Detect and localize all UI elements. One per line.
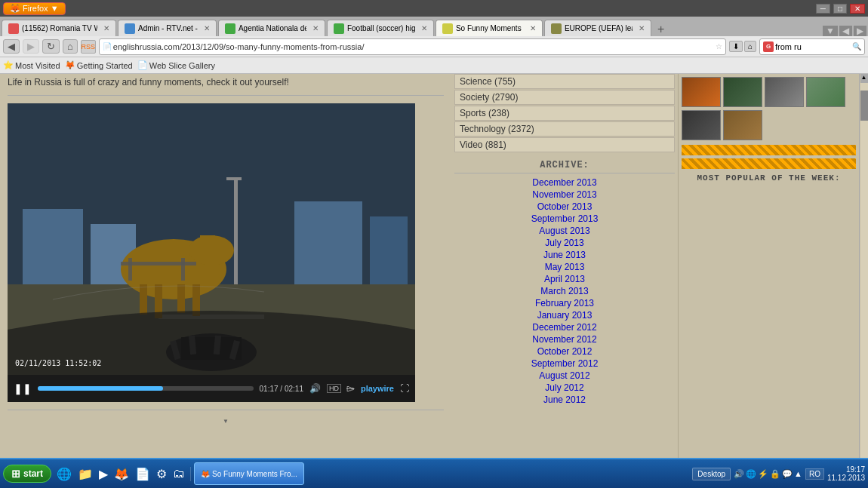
media-quicklaunch-button[interactable]: ▶ (97, 467, 110, 481)
tab-romania-tv[interactable]: (11562) Romania TV Web... ✕ (2, 20, 116, 36)
archive-october-2013: October 2013 (454, 201, 675, 213)
tray-icon-4[interactable]: 🔒 (770, 469, 780, 479)
tab-agentia[interactable]: Agentia Nationala de Pre... ✕ (218, 20, 325, 36)
taskbar-firefox-icon: 🦊 (201, 470, 210, 478)
most-visited-icon: ⭐ (3, 60, 14, 70)
bookmark-getting-started[interactable]: 🦊 Getting Started (65, 60, 133, 70)
search-icon[interactable]: 🔍 (852, 42, 861, 51)
address-input[interactable] (113, 42, 713, 51)
windows-icon: ⊞ (11, 468, 20, 480)
clock-display[interactable]: 19:17 11.12.2013 (827, 465, 865, 482)
page-intro-text: Life in Russia is full of crazy and funn… (8, 74, 444, 87)
category-video[interactable]: Video (881) (454, 137, 675, 152)
firefox-bookmark-icon: 🦊 (65, 60, 75, 70)
thumbnail-1[interactable] (682, 77, 721, 107)
svg-rect-18 (128, 258, 132, 281)
minimize-button[interactable]: ─ (816, 4, 830, 14)
tab-funny-moments[interactable]: So Funny Moments Fro... ✕ (436, 20, 543, 36)
date-display: 11.12.2013 (827, 474, 865, 482)
tray-icon-2[interactable]: 🌐 (746, 469, 756, 479)
tab-football[interactable]: Football (soccer) highlig... ✕ (327, 20, 434, 36)
video-controls: ❚❚ 01:17 / 02:11 🔊 HD ⌲ playwire ⛶ (8, 375, 415, 402)
maximize-button[interactable]: □ (833, 4, 847, 14)
thumbnail-2[interactable] (723, 77, 762, 107)
archive-march-2013: March 2013 (454, 285, 675, 297)
thumbnail-6[interactable] (723, 110, 762, 140)
thumbnail-5[interactable] (682, 110, 721, 140)
acrobat-quicklaunch-button[interactable]: 📄 (133, 467, 152, 481)
tray-icon-6[interactable]: ▲ (794, 469, 802, 478)
list-all-tabs-button[interactable]: ▼ (823, 26, 838, 36)
pattern-bar-1 (682, 145, 856, 155)
volume-icon[interactable]: 🔊 (309, 383, 321, 394)
tab-europe-uefa[interactable]: EUROPE (UEFA) league -... ✕ (544, 20, 651, 36)
hd-icon[interactable]: HD (327, 384, 341, 393)
video-frame[interactable]: 02/11/2013 11:52:02 (8, 103, 415, 375)
tab-close-icon[interactable]: ✕ (639, 24, 645, 32)
page-content: Life in Russia is full of crazy and funn… (0, 74, 868, 488)
tab-admin-rtv[interactable]: Admin - RTV.net - ✕ (118, 20, 217, 36)
progress-fill (38, 386, 163, 391)
svg-rect-13 (140, 284, 147, 315)
firefox-quicklaunch-button[interactable]: 🦊 (112, 467, 131, 481)
bookmark-web-slice[interactable]: 📄 Web Slice Gallery (137, 60, 215, 70)
ie-quicklaunch-button[interactable]: 🌐 (54, 467, 74, 481)
desktop-button[interactable]: Desktop (692, 468, 731, 480)
video-scene-svg (8, 103, 415, 375)
time-display: 01:17 / 02:11 (260, 385, 303, 393)
start-button[interactable]: ⊞ start (3, 465, 51, 483)
tray-icon-3[interactable]: ⚡ (758, 469, 768, 479)
taskbar-firefox-button[interactable]: 🦊 So Funny Moments Fro... (194, 462, 304, 485)
svg-rect-8 (226, 177, 242, 180)
category-technology[interactable]: Technology (2372) (454, 121, 675, 137)
tab-close-icon[interactable]: ✕ (530, 24, 536, 32)
back-button[interactable]: ◀ (3, 39, 20, 54)
right-panel: MOST POPULAR OF THE WEEK: (678, 74, 859, 488)
scrollbar[interactable]: ▲ ▼ (859, 74, 868, 488)
reload-button[interactable]: ↻ (42, 39, 60, 54)
search-input[interactable] (775, 42, 851, 51)
forward-button[interactable]: ▶ (23, 39, 39, 54)
category-society[interactable]: Society (2790) (454, 90, 675, 105)
category-sports[interactable]: Sports (238) (454, 106, 675, 121)
folder-quicklaunch-button[interactable]: 🗂 (171, 467, 187, 481)
thumbnail-4[interactable] (806, 77, 845, 107)
tab-close-icon[interactable]: ✕ (421, 24, 427, 32)
tab-close-icon[interactable]: ✕ (204, 24, 210, 32)
archive-september-2013: September 2013 (454, 213, 675, 225)
close-button[interactable]: ✕ (850, 4, 865, 14)
move-tab-right-button[interactable]: ▶ (854, 26, 866, 36)
tab-close-icon[interactable]: ✕ (103, 24, 109, 32)
language-indicator[interactable]: RO (805, 468, 824, 480)
settings-quicklaunch-button[interactable]: ⚙ (154, 467, 169, 481)
progress-bar[interactable] (38, 386, 254, 391)
quick-launch: 🌐 📁 ▶ 🦊 📄 ⚙ 🗂 (54, 467, 191, 481)
new-tab-button[interactable]: + (653, 23, 669, 36)
tray-icon-1[interactable]: 🔊 (734, 469, 744, 479)
rss-button[interactable]: RSS (81, 40, 96, 54)
downloads-button[interactable]: ⬇ (729, 41, 743, 52)
home-button[interactable]: ⌂ (63, 39, 78, 54)
tab-label: Agentia Nationala de Pre... (239, 24, 306, 32)
scroll-up-button[interactable]: ▲ (860, 74, 868, 83)
video-timestamp: 02/11/2013 11:52:02 (15, 359, 101, 367)
bookmark-most-visited[interactable]: ⭐ Most Visited (3, 60, 60, 70)
explorer-quicklaunch-button[interactable]: 📁 (75, 467, 95, 481)
scroll-track[interactable] (860, 83, 868, 479)
thumbnails-row-2 (682, 110, 856, 140)
tray-icon-5[interactable]: 💬 (782, 469, 793, 479)
tab-bar: (11562) Romania TV Web... ✕ Admin - RTV.… (0, 17, 868, 36)
search-engine-icon: G (763, 41, 774, 52)
scroll-thumb[interactable] (860, 91, 868, 121)
home-nav-button[interactable]: ⌂ (744, 41, 756, 52)
play-pause-button[interactable]: ❚❚ (14, 382, 32, 394)
archive-list: December 2013 November 2013 October 2013… (454, 176, 675, 406)
share-icon[interactable]: ⌲ (346, 383, 355, 394)
move-tab-button[interactable]: ◀ (839, 26, 852, 36)
category-science[interactable]: Science (755) (454, 74, 675, 89)
firefox-menu-button[interactable]: 🦊 Firefox ▼ (3, 2, 66, 15)
tab-close-icon[interactable]: ✕ (312, 24, 319, 32)
fullscreen-icon[interactable]: ⛶ (400, 383, 409, 394)
thumbnail-3[interactable] (765, 77, 804, 107)
bookmark-star-icon[interactable]: ☆ (716, 42, 722, 51)
